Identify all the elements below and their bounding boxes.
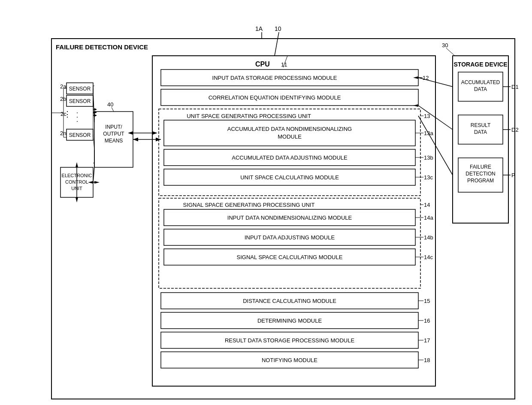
sensor-2b-label: SENSOR xyxy=(69,98,91,104)
module-distance-calc-label: DISTANCE CALCULATING MODULE xyxy=(243,298,336,304)
label-d1: D1 xyxy=(511,84,519,90)
module-input-data-storage-label: INPUT DATA STORAGE PROCESSING MODULE xyxy=(212,75,337,81)
module-unit-space-calc-label: UNIT SPACE CALCULATING MODULE xyxy=(240,174,339,181)
svg-rect-10 xyxy=(164,120,415,146)
io-means-label1: INPUT/ xyxy=(105,124,122,130)
dots-vertical: ⋮ xyxy=(63,110,71,118)
ref-13b-label: 13b xyxy=(424,154,433,161)
failure-detection-device-label: FAILURE DETECTION DEVICE xyxy=(56,43,148,51)
label-d2: D2 xyxy=(511,127,519,133)
signal-space-generating-label: SIGNAL SPACE GENERATING PROCESSING UNIT xyxy=(183,202,315,208)
module-acc-nondim-label2: MODULE xyxy=(278,133,302,140)
accumulated-data-label1: ACCUMULATED xyxy=(461,79,500,85)
unit-space-generating-label: UNIT SPACE GENERATING PROCESSING UNIT xyxy=(187,113,311,119)
module-signal-space-calc-label: SIGNAL SPACE CALCULATING MODULE xyxy=(237,254,343,260)
ref-14a-label: 14a xyxy=(424,215,433,221)
diagram-container: FAILURE DETECTION DEVICE 1A 10 CPU 11 IN… xyxy=(0,0,532,405)
ref-13c-label: 13c xyxy=(424,174,433,181)
module-result-storage-label: RESULT DATA STORAGE PROCESSING MODULE xyxy=(225,337,355,344)
failure-program-label3: PROGRAM xyxy=(467,178,494,184)
module-notifying-label: NOTIFYING MODULE xyxy=(262,357,317,363)
failure-program-label1: FAILURE xyxy=(470,164,491,170)
io-means-label2: OUTPUT xyxy=(103,131,124,137)
ref-17-label: 17 xyxy=(424,337,430,344)
ref-16-label: 16 xyxy=(424,317,430,324)
failure-program-label2: DETECTION xyxy=(466,171,495,177)
label-p: P xyxy=(511,172,515,178)
module-determining-label: DETERMINING MODULE xyxy=(257,317,322,324)
label-2b: 2b xyxy=(60,96,66,102)
module-input-adjusting-label: INPUT DATA ADJUSTING MODULE xyxy=(245,234,335,241)
io-means-label3: MEANS xyxy=(105,138,123,144)
sensor-2a-label: SENSOR xyxy=(69,86,91,92)
label-2n: 2n xyxy=(60,130,66,136)
dots3-label: · xyxy=(76,118,78,125)
ref-40-label: 40 xyxy=(107,101,113,108)
module-acc-nondim-label1: ACCUMULATED DATA NONDIMENSIONALIZING xyxy=(227,126,352,132)
sensor-2n-label: SENSOR xyxy=(69,132,91,138)
ref-30-label: 30 xyxy=(442,42,448,48)
ref-10-label: 10 xyxy=(275,25,281,32)
ref-15-label: 15 xyxy=(424,298,430,304)
ref-18-label: 18 xyxy=(424,357,430,363)
accumulated-data-label2: DATA xyxy=(474,86,487,92)
result-data-label2: DATA xyxy=(474,129,487,135)
module-correlation-label: CORRELATION EQUATION IDENTIFYING MODULE xyxy=(209,94,341,101)
cpu-label: CPU xyxy=(255,60,270,68)
result-data-label1: RESULT xyxy=(471,122,491,128)
module-acc-adjusting-label: ACCUMULATED DATA ADJUSTING MODULE xyxy=(232,154,348,161)
ref-14c-label: 14c xyxy=(424,254,433,260)
storage-device-label: STORAGE DEVICE xyxy=(454,61,508,68)
module-input-nondim-label: INPUT DATA NONDIMENSIONALIZING MODULE xyxy=(227,215,352,221)
ref-1a-label: 1A xyxy=(255,25,263,32)
ref-13-label: 13 xyxy=(424,113,430,119)
ref-14b-label: 14b xyxy=(424,234,433,241)
ref-14-label: 14 xyxy=(424,202,430,208)
